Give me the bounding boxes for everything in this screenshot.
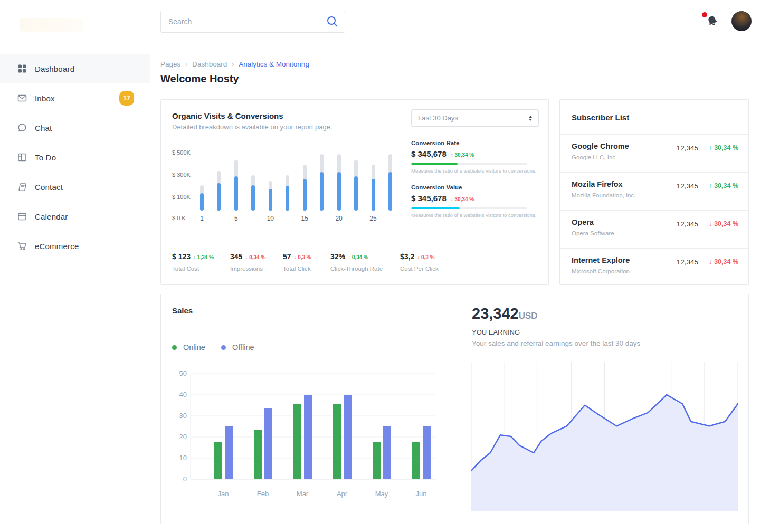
arrow-up-icon: ↑ bbox=[193, 254, 196, 260]
subscriber-row-opera[interactable]: Opera Opera Software 12,345 ↓30,34 % bbox=[560, 210, 749, 248]
legend-offline: Offline bbox=[221, 343, 254, 352]
organic-visits-card: Organic Visits & Conversions Detailed br… bbox=[160, 99, 549, 285]
sales-legend: Online Offline bbox=[172, 343, 254, 352]
organic-y-axis: $ 500K$ 300K$ 100K$ 0 K bbox=[172, 149, 197, 223]
organic-bar bbox=[337, 154, 341, 211]
divider bbox=[161, 328, 448, 328]
conversion-value-track bbox=[411, 207, 527, 209]
arrow-up-icon: ↑ bbox=[709, 182, 712, 189]
conversion-value-fill bbox=[411, 207, 460, 209]
stat-total-cost: $ 123↑ 1,34 % Total Cost bbox=[172, 252, 214, 272]
arrow-down-icon: ↓ bbox=[709, 258, 712, 265]
svg-text:Feb: Feb bbox=[257, 490, 269, 498]
organic-bars bbox=[200, 150, 392, 211]
earning-heading: YOU EARNING bbox=[472, 328, 520, 336]
svg-text:Jan: Jan bbox=[218, 490, 229, 498]
card-subtitle: Detailed breakdown is available on your … bbox=[172, 123, 332, 131]
conversion-rate-value: $ 345,678↑ 30,34 % bbox=[411, 149, 539, 158]
todo-icon bbox=[17, 152, 27, 163]
page-title: Welcome Hosty bbox=[160, 73, 239, 85]
conversion-rate-caption: Measures the ratio of a website's visito… bbox=[411, 168, 539, 174]
conversion-rate-label: Conversion Rate bbox=[411, 140, 539, 146]
sidebar-item-label: eCommerce bbox=[35, 242, 79, 251]
breadcrumb: Pages › Dashboard › Analytics & Monitori… bbox=[160, 60, 309, 68]
subscriber-row-ie[interactable]: Internet Explore Microsoft Corporation 1… bbox=[560, 248, 749, 286]
sidebar-item-todo[interactable]: To Do bbox=[0, 142, 150, 172]
conversion-value-value: $ 345,678↓ 30,34 % bbox=[411, 194, 539, 203]
organic-x-axis: 1510152025 bbox=[200, 215, 392, 223]
breadcrumb-pages[interactable]: Pages bbox=[160, 60, 180, 68]
card-title: Sales bbox=[172, 306, 193, 315]
search-input[interactable] bbox=[161, 17, 326, 26]
subscriber-row-chrome[interactable]: Google Chrome Google LLC, Inc. 12,345 ↑3… bbox=[560, 134, 749, 172]
stat-ctr: 32%↑ 0,34 % Click-Through Rate bbox=[330, 252, 383, 272]
date-range-value: Last 30 Days bbox=[418, 114, 529, 122]
svg-text:Jun: Jun bbox=[416, 490, 427, 498]
sidebar-item-contact[interactable]: Contact bbox=[0, 172, 150, 202]
conversion-value-change: ↓ 30,34 % bbox=[451, 196, 474, 202]
sidebar: Dashboard Inbox 17 Chat To Do bbox=[0, 0, 150, 532]
organic-bar bbox=[303, 165, 307, 211]
svg-text:10: 10 bbox=[179, 454, 187, 462]
conversion-value-block: Conversion Value $ 345,678↓ 30,34 % Meas… bbox=[411, 184, 539, 218]
chevron-right-icon: › bbox=[185, 61, 187, 68]
dashboard-page: Dashboard Inbox 17 Chat To Do bbox=[0, 0, 760, 532]
legend-online: Online bbox=[172, 343, 205, 352]
arrow-down-icon: ↓ bbox=[294, 254, 297, 260]
stat-cpc: $3,2↓ 0,3 % Cost Per Click bbox=[400, 252, 439, 272]
arrow-down-icon: ↓ bbox=[451, 196, 453, 202]
stat-impressions: 345↓ 0,34 % Impressions bbox=[230, 252, 265, 272]
inbox-badge: 17 bbox=[119, 91, 134, 106]
user-avatar[interactable] bbox=[732, 11, 752, 31]
subscriber-row-firefox[interactable]: Mozila Firefox Mozilla Foundation, Inc. … bbox=[560, 172, 749, 210]
sidebar-item-label: To Do bbox=[35, 153, 56, 162]
offline-dot-icon bbox=[221, 345, 226, 350]
sidebar-item-label: Calendar bbox=[35, 212, 68, 221]
conversion-value-label: Conversion Value bbox=[411, 184, 539, 191]
subscriber-list-card: Subscriber List Google Chrome Google LLC… bbox=[559, 99, 749, 285]
notifications-button[interactable] bbox=[701, 10, 724, 33]
arrow-down-icon: ↓ bbox=[709, 220, 712, 227]
sidebar-nav: Dashboard Inbox 17 Chat To Do bbox=[0, 54, 150, 261]
chat-icon bbox=[17, 122, 27, 133]
online-dot-icon bbox=[172, 345, 177, 350]
sidebar-item-dashboard[interactable]: Dashboard bbox=[0, 54, 150, 83]
conversion-rate-block: Conversion Rate $ 345,678↑ 30,34 % Measu… bbox=[411, 140, 539, 174]
sidebar-item-inbox[interactable]: Inbox 17 bbox=[0, 83, 150, 113]
arrow-down-icon: ↓ bbox=[417, 254, 420, 260]
arrow-up-icon: ↑ bbox=[709, 144, 712, 151]
svg-text:Apr: Apr bbox=[337, 490, 348, 498]
sidebar-item-chat[interactable]: Chat bbox=[0, 113, 150, 142]
organic-bar bbox=[372, 165, 375, 211]
sidebar-item-label: Dashboard bbox=[35, 64, 74, 73]
breadcrumb-analytics[interactable]: Analytics & Monitoring bbox=[239, 60, 309, 68]
calendar-icon bbox=[17, 211, 27, 222]
svg-text:20: 20 bbox=[179, 433, 187, 441]
svg-text:40: 40 bbox=[179, 391, 187, 398]
arrow-up-icon: ↑ bbox=[451, 152, 453, 158]
notification-dot bbox=[702, 12, 707, 17]
card-title: Subscriber List bbox=[572, 113, 629, 122]
conversion-rate-track bbox=[411, 163, 527, 165]
date-range-select[interactable]: Last 30 Days bbox=[411, 109, 539, 127]
organic-bar bbox=[269, 181, 272, 211]
app-logo bbox=[20, 18, 83, 32]
svg-text:30: 30 bbox=[179, 412, 187, 420]
breadcrumb-dashboard[interactable]: Dashboard bbox=[192, 60, 227, 68]
sidebar-item-calendar[interactable]: Calendar bbox=[0, 202, 150, 231]
organic-bar bbox=[286, 175, 289, 211]
organic-bar bbox=[200, 185, 204, 211]
sidebar-item-label: Chat bbox=[35, 124, 52, 132]
sidebar-item-ecommerce[interactable]: eCommerce bbox=[0, 231, 150, 261]
organic-bar bbox=[234, 160, 238, 211]
sidebar-item-label: Inbox bbox=[35, 94, 55, 103]
arrow-down-icon: ↓ bbox=[245, 254, 248, 260]
organic-bar bbox=[388, 154, 392, 211]
sales-chart: 01020304050JanFebMarAprMayJun bbox=[172, 368, 438, 501]
organic-bar bbox=[251, 175, 255, 211]
svg-text:Mar: Mar bbox=[297, 490, 309, 498]
contact-icon bbox=[17, 182, 27, 192]
search-icon[interactable] bbox=[326, 15, 339, 28]
svg-text:0: 0 bbox=[183, 475, 187, 483]
arrow-up-icon: ↑ bbox=[348, 254, 350, 260]
